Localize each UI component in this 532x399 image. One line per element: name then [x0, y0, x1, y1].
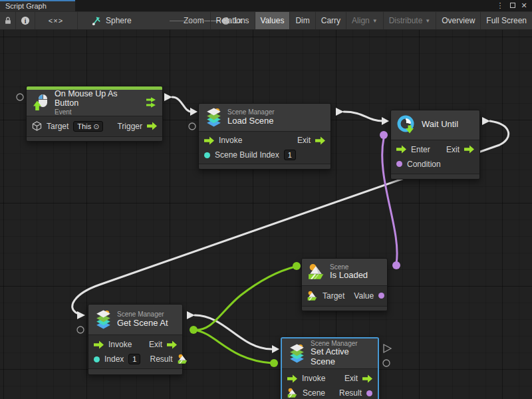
graph-breadcrumb[interactable]: Sphere	[88, 12, 135, 29]
flow-arrow-icon[interactable]	[396, 145, 406, 154]
align-button[interactable]: Align▼	[346, 12, 383, 29]
scene-port-icon[interactable]	[307, 291, 318, 301]
node-footer	[302, 306, 387, 311]
info-icon: i	[21, 16, 30, 25]
svg-text:i: i	[24, 17, 26, 25]
scene-port-icon[interactable]	[178, 354, 188, 364]
port-trigger-out	[164, 93, 172, 101]
fullscreen-button[interactable]: Full Screen	[480, 12, 532, 29]
port-loadscene-exit-out	[336, 108, 344, 116]
node-load-scene[interactable]: Scene Manager Load Scene Invoke Exit	[198, 103, 331, 170]
relations-button[interactable]: Relations	[210, 12, 255, 29]
wait-until-clock-icon	[397, 115, 417, 135]
flow-arrow-icon[interactable]	[464, 145, 474, 154]
node-on-mouse-up-as-button[interactable]: On Mouse Up As Button Event	[26, 86, 163, 142]
code-icon: <×>	[49, 17, 63, 25]
node-get-scene-at[interactable]: Scene Manager Get Scene At Invoke Exit	[88, 304, 183, 375]
port-isloaded-value-out	[392, 261, 400, 269]
scene-manager-icon	[288, 344, 306, 363]
lock-button[interactable]	[0, 12, 15, 29]
node-title: On Mouse Up As Button	[55, 89, 136, 108]
port-label-value: Value	[354, 291, 374, 301]
values-button[interactable]: Values	[255, 12, 290, 29]
port-label-condition: Condition	[407, 160, 441, 169]
node-set-active-scene[interactable]: Scene Manager Set Active Scene Invoke Ex…	[281, 337, 379, 399]
mouse-up-icon	[33, 94, 50, 111]
port-label-trigger: Trigger	[117, 122, 142, 131]
node-wait-until[interactable]: Wait Until Enter Exit Condition	[390, 110, 480, 180]
flow-arrow-icon[interactable]	[287, 374, 297, 383]
tab-bar: Script Graph ⋮ ✕	[0, 0, 532, 11]
flow-arrow-icon[interactable]	[315, 136, 325, 145]
tab-script-graph[interactable]: Script Graph	[0, 0, 75, 11]
dim-button[interactable]: Dim	[289, 12, 315, 29]
unity-visual-scripting-window: Script Graph ⋮ ✕ i <×> Sphere Zoo	[0, 0, 532, 399]
port-setactive-scene-in	[270, 359, 278, 367]
wire-result-to-isloaded-target	[194, 267, 295, 330]
coroutine-double-arrow-icon[interactable]	[146, 97, 156, 108]
port-label-exit: Exit	[446, 145, 460, 154]
flow-arrow-icon[interactable]	[204, 136, 214, 145]
object-picker-icon[interactable]: ⊙	[93, 122, 99, 131]
value-port-icon[interactable]	[94, 356, 100, 362]
wire-getsceneat-exit-to-setactive	[195, 315, 271, 349]
scene-manager-icon	[205, 108, 223, 127]
node-title: Get Scene At	[117, 319, 168, 329]
value-port-icon[interactable]	[378, 293, 384, 299]
port-getsceneat-index-in	[77, 327, 84, 333]
port-label-result: Result	[339, 388, 362, 398]
info-button[interactable]: i	[15, 12, 35, 29]
wire-result-to-setactive-scene	[194, 330, 272, 363]
zoom-slider-track[interactable]	[170, 21, 205, 21]
port-waituntil-condition-in	[380, 131, 388, 139]
value-port-icon[interactable]	[366, 390, 372, 396]
window-menu-icon[interactable]: ⋮	[495, 1, 505, 11]
tab-title: Script Graph	[5, 2, 47, 10]
index-field[interactable]: 1	[128, 354, 140, 364]
flow-arrow-icon[interactable]	[147, 122, 157, 130]
value-port-icon[interactable]	[204, 152, 210, 158]
lock-icon	[3, 16, 13, 25]
graph-canvas[interactable]: On Mouse Up As Button Event	[0, 30, 532, 399]
node-title: Wait Until	[422, 120, 458, 130]
cube-icon[interactable]	[32, 121, 42, 131]
port-label-scene: Scene	[303, 388, 325, 398]
target-value-field[interactable]: This ⊙	[73, 121, 103, 132]
scene-build-index-field[interactable]: 1	[284, 150, 296, 160]
carry-button[interactable]: Carry	[315, 12, 346, 29]
node-title: Load Scene	[227, 116, 275, 126]
port-label-target: Target	[47, 122, 68, 131]
port-label-scene-build-index: Scene Build Index	[215, 150, 279, 160]
port-label-target: Target	[323, 291, 344, 301]
scene-manager-icon	[94, 310, 112, 329]
code-view-button[interactable]: <×>	[35, 12, 77, 29]
scene-port-icon[interactable]	[287, 388, 298, 398]
node-title: Set Active Scene	[311, 347, 372, 367]
port-label-exit: Exit	[297, 136, 311, 145]
node-is-loaded[interactable]: Scene Is Loaded Target	[301, 258, 388, 311]
scene-icon	[308, 263, 325, 281]
wire-trigger-to-loadscene	[172, 97, 192, 112]
port-getsceneat-exit-out	[187, 311, 195, 319]
flow-arrow-icon[interactable]	[94, 340, 104, 349]
distribute-button[interactable]: Distribute▼	[383, 12, 436, 29]
port-label-exit: Exit	[344, 374, 358, 383]
window-maximize-icon[interactable]	[507, 1, 518, 11]
node-footer	[88, 368, 182, 374]
node-subtitle: Event	[55, 108, 136, 116]
port-loadscene-invoke-in	[190, 108, 198, 116]
wire-loadscene-exit-to-waituntil	[344, 112, 383, 121]
port-mouseup-target-in	[17, 94, 23, 100]
window-close-icon[interactable]: ✕	[519, 1, 529, 11]
port-waituntil-enter-in	[382, 117, 389, 125]
port-setactive-invoke-in	[272, 345, 279, 353]
chevron-down-icon: ▼	[425, 18, 430, 24]
value-port-icon[interactable]	[396, 161, 402, 167]
port-label-index: Index	[104, 354, 124, 364]
port-loadscene-index-in	[189, 123, 196, 130]
flow-arrow-icon[interactable]	[167, 340, 177, 349]
port-label-enter: Enter	[411, 145, 430, 154]
overview-button[interactable]: Overview	[436, 12, 480, 29]
port-getsceneat-result-out	[190, 326, 198, 334]
flow-arrow-icon[interactable]	[362, 374, 372, 383]
